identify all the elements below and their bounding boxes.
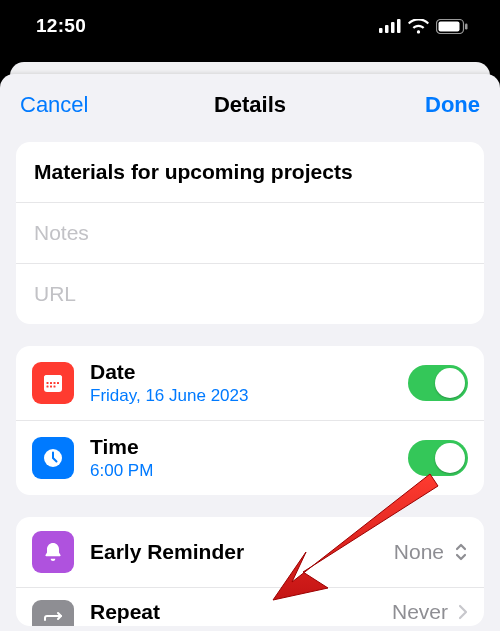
svg-rect-15 xyxy=(54,386,56,388)
bell-icon xyxy=(32,531,74,573)
updown-chevron-icon xyxy=(454,542,468,562)
svg-rect-1 xyxy=(385,25,389,33)
cancel-button[interactable]: Cancel xyxy=(20,92,88,117)
battery-icon xyxy=(436,19,468,34)
repeat-icon xyxy=(32,600,74,626)
svg-rect-3 xyxy=(397,19,401,33)
svg-rect-6 xyxy=(465,23,468,29)
svg-rect-5 xyxy=(439,21,460,31)
date-value[interactable]: Friday, 16 June 2023 xyxy=(90,386,408,406)
time-value[interactable]: 6:00 PM xyxy=(90,461,408,481)
repeat-row-clip: Repeat Never xyxy=(16,588,484,626)
repeat-row[interactable]: Repeat Never xyxy=(16,588,484,626)
done-button[interactable]: Done xyxy=(425,92,480,117)
clock-icon xyxy=(32,437,74,479)
time-row[interactable]: Time 6:00 PM xyxy=(16,421,484,495)
repeat-value: Never xyxy=(392,600,448,624)
date-time-card: Date Friday, 16 June 2023 Time 6:00 PM xyxy=(16,346,484,495)
svg-rect-0 xyxy=(379,28,383,33)
nav-bar: Cancel Details Done xyxy=(0,74,500,126)
reminder-card: Early Reminder None Repeat xyxy=(16,517,484,626)
status-right xyxy=(379,19,468,34)
svg-rect-2 xyxy=(391,22,395,33)
status-time: 12:50 xyxy=(36,15,86,37)
date-toggle[interactable] xyxy=(408,365,468,401)
svg-rect-14 xyxy=(50,386,52,388)
time-toggle[interactable] xyxy=(408,440,468,476)
title-field[interactable]: Materials for upcoming projects xyxy=(16,142,484,203)
svg-rect-10 xyxy=(50,382,52,384)
chevron-right-icon xyxy=(458,604,468,620)
svg-rect-8 xyxy=(44,375,62,380)
notes-field[interactable]: Notes xyxy=(16,203,484,264)
content: Materials for upcoming projects Notes UR… xyxy=(0,126,500,626)
page-title: Details xyxy=(214,92,286,118)
text-fields-card: Materials for upcoming projects Notes UR… xyxy=(16,142,484,324)
date-label: Date xyxy=(90,360,408,384)
early-reminder-label: Early Reminder xyxy=(90,540,394,564)
details-sheet: Cancel Details Done Materials for upcomi… xyxy=(0,74,500,631)
svg-rect-11 xyxy=(54,382,56,384)
svg-rect-9 xyxy=(47,382,49,384)
date-row[interactable]: Date Friday, 16 June 2023 xyxy=(16,346,484,421)
svg-rect-13 xyxy=(47,386,49,388)
time-label: Time xyxy=(90,435,408,459)
early-reminder-value: None xyxy=(394,540,444,564)
early-reminder-row[interactable]: Early Reminder None xyxy=(16,517,484,588)
wifi-icon xyxy=(408,19,429,34)
signal-icon xyxy=(379,19,401,33)
svg-rect-12 xyxy=(57,382,59,384)
status-bar: 12:50 xyxy=(0,0,500,52)
url-field[interactable]: URL xyxy=(16,264,484,324)
repeat-label: Repeat xyxy=(90,600,392,624)
calendar-icon xyxy=(32,362,74,404)
